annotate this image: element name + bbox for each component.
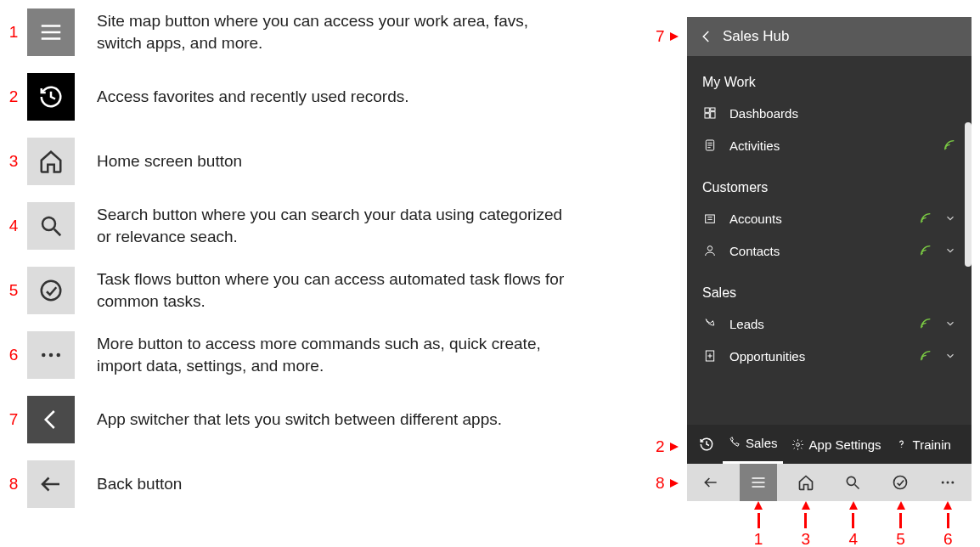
tab-app-settings[interactable]: App Settings bbox=[786, 425, 887, 464]
svg-point-13 bbox=[796, 443, 799, 446]
svg-point-11 bbox=[707, 246, 712, 251]
nav-item-label: Leads bbox=[729, 317, 907, 331]
back-icon bbox=[27, 460, 75, 508]
svg-rect-7 bbox=[711, 112, 715, 118]
tab-strip: SalesApp SettingsTrainin bbox=[687, 425, 972, 464]
account-icon bbox=[702, 211, 718, 226]
legend-number: 5 bbox=[0, 281, 27, 300]
section-title: Customers bbox=[687, 172, 972, 202]
svg-rect-6 bbox=[711, 108, 715, 110]
nav-item-leads[interactable]: Leads bbox=[687, 307, 972, 340]
history-icon bbox=[27, 73, 75, 121]
legend-description: Home screen button bbox=[97, 150, 242, 172]
activity-icon bbox=[702, 138, 718, 153]
search-button[interactable] bbox=[834, 464, 871, 501]
tab-label: Sales bbox=[746, 436, 778, 450]
chevron-down-icon[interactable] bbox=[944, 318, 956, 330]
nav-item-label: Accounts bbox=[729, 211, 907, 226]
hamburger-icon bbox=[27, 8, 75, 56]
tab-label: App Settings bbox=[809, 437, 881, 452]
history-icon[interactable] bbox=[694, 437, 719, 452]
chevron-down-icon[interactable] bbox=[944, 350, 956, 362]
nav-item-label: Dashboards bbox=[729, 106, 956, 121]
nav-item-dashboards[interactable]: Dashboards bbox=[687, 97, 972, 129]
legend-number: 6 bbox=[0, 346, 27, 364]
help-icon bbox=[895, 438, 908, 451]
svg-point-18 bbox=[951, 482, 954, 484]
legend-row: 5 Task flows button where you can access… bbox=[0, 267, 645, 314]
legend-row: 6 More button to access more commands su… bbox=[0, 331, 645, 379]
svg-point-17 bbox=[947, 482, 949, 484]
legend-row: 1 Site map button where you can access y… bbox=[0, 8, 645, 56]
legend-description: Task flows button where you can access a… bbox=[97, 268, 572, 312]
nav-item-activities[interactable]: Activities bbox=[687, 129, 972, 161]
chevron-left-icon[interactable] bbox=[699, 29, 714, 44]
annotation-arrow: 1 bbox=[754, 501, 763, 547]
nav-item-contacts[interactable]: Contacts bbox=[687, 234, 972, 267]
annotation-number: 6 bbox=[943, 530, 953, 547]
taskflow-button[interactable] bbox=[881, 464, 919, 501]
annotation-arrow: 7 bbox=[656, 27, 679, 46]
contact-icon bbox=[702, 243, 718, 258]
section-title: My Work bbox=[687, 66, 972, 97]
annotation-arrow: 3 bbox=[802, 501, 811, 547]
tab-trainin[interactable]: Trainin bbox=[890, 425, 956, 464]
legend-description: Back button bbox=[97, 473, 182, 495]
annotation-number: 1 bbox=[754, 530, 763, 547]
nav-section: My Work Dashboards Activities bbox=[687, 56, 972, 161]
nav-item-label: Opportunities bbox=[729, 349, 907, 364]
wifi-icon bbox=[943, 138, 956, 152]
annotation-arrow: 8 bbox=[656, 474, 679, 493]
taskflow-icon bbox=[27, 267, 75, 314]
svg-point-1 bbox=[42, 281, 61, 301]
legend-panel: 1 Site map button where you can access y… bbox=[0, 8, 645, 525]
scrollbar[interactable] bbox=[965, 122, 972, 267]
tab-sales[interactable]: Sales bbox=[723, 425, 783, 464]
hamburger-button[interactable] bbox=[740, 464, 777, 501]
back-button[interactable] bbox=[692, 464, 729, 501]
mobile-header[interactable]: Sales Hub bbox=[687, 17, 972, 56]
svg-rect-5 bbox=[705, 108, 709, 112]
chevron-down-icon[interactable] bbox=[944, 212, 956, 224]
home-button[interactable] bbox=[787, 464, 825, 501]
nav-section: Customers Accounts Contacts bbox=[687, 161, 972, 267]
legend-description: More button to access more commands such… bbox=[97, 333, 572, 376]
app-title: Sales Hub bbox=[723, 28, 789, 45]
svg-rect-8 bbox=[705, 114, 709, 118]
nav-item-accounts[interactable]: Accounts bbox=[687, 202, 972, 234]
more-button[interactable] bbox=[929, 464, 966, 501]
svg-point-3 bbox=[49, 353, 54, 358]
annotation-number: 2 bbox=[656, 437, 665, 456]
phone-icon bbox=[728, 437, 741, 449]
nav-item-opportunities[interactable]: Opportunities bbox=[687, 340, 972, 372]
legend-number: 7 bbox=[0, 410, 27, 429]
legend-description: Search button where you can search your … bbox=[97, 204, 572, 247]
legend-row: 4 Search button where you can search you… bbox=[0, 202, 645, 250]
legend-number: 3 bbox=[0, 152, 27, 171]
wifi-icon bbox=[919, 211, 932, 225]
legend-row: 7 App switcher that lets you switch betw… bbox=[0, 396, 645, 443]
lead-icon bbox=[702, 316, 718, 331]
svg-rect-10 bbox=[706, 215, 715, 223]
nav-item-label: Contacts bbox=[729, 244, 907, 258]
section-title: Sales bbox=[687, 277, 972, 307]
svg-point-0 bbox=[42, 217, 55, 230]
legend-number: 4 bbox=[0, 217, 27, 235]
chevron-down-icon[interactable] bbox=[944, 245, 956, 257]
wifi-icon bbox=[919, 317, 932, 330]
gear-icon bbox=[791, 438, 804, 451]
annotation-arrow: 6 bbox=[943, 501, 953, 547]
nav-section: Sales Leads Opportunities bbox=[687, 267, 972, 372]
chevron-left-icon bbox=[27, 396, 75, 443]
wifi-icon bbox=[919, 244, 932, 257]
legend-number: 8 bbox=[0, 475, 27, 493]
annotation-number: 8 bbox=[656, 474, 665, 493]
dashboard-icon bbox=[702, 105, 718, 121]
svg-point-15 bbox=[894, 477, 907, 489]
mobile-preview: Sales Hub My Work Dashboards Activities … bbox=[687, 17, 972, 501]
legend-description: Site map button where you can access you… bbox=[97, 10, 572, 54]
opportunity-icon bbox=[702, 348, 718, 364]
annotation-number: 7 bbox=[656, 27, 665, 46]
annotation-arrow: 2 bbox=[656, 437, 679, 456]
svg-point-2 bbox=[42, 353, 46, 358]
